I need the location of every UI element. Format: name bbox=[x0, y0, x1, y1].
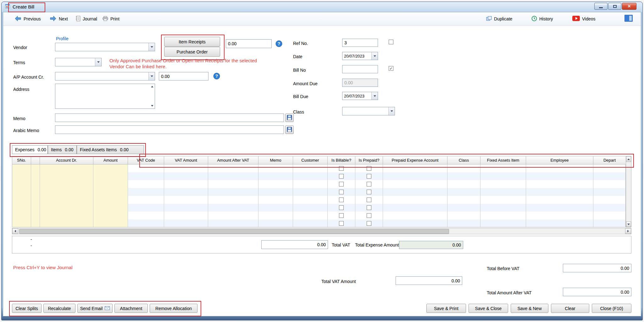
recalculate-button[interactable]: Recalculate bbox=[43, 304, 75, 313]
memo-input[interactable] bbox=[55, 114, 284, 122]
total-before-vat-input[interactable]: 0.00 bbox=[563, 264, 631, 272]
is-billable-checkbox[interactable] bbox=[339, 213, 344, 218]
class-select[interactable] bbox=[342, 107, 395, 115]
is-billable-checkbox[interactable] bbox=[339, 205, 344, 210]
is-billable-checkbox[interactable] bbox=[339, 166, 344, 171]
grid-column-header[interactable]: Is Prepaid? bbox=[355, 156, 383, 164]
attachment-button[interactable]: Attachment bbox=[114, 304, 148, 313]
tab-fixed-assets-items[interactable]: Fixed Assets Items 0.00 bbox=[77, 145, 144, 154]
is-prepaid-checkbox[interactable] bbox=[367, 174, 371, 179]
is-prepaid-checkbox[interactable] bbox=[367, 205, 371, 210]
arabic-memo-save-button[interactable] bbox=[285, 125, 294, 134]
is-prepaid-checkbox[interactable] bbox=[367, 166, 371, 171]
minimize-button[interactable] bbox=[594, 3, 608, 10]
is-prepaid-checkbox[interactable] bbox=[367, 213, 371, 218]
vendor-select[interactable] bbox=[55, 43, 155, 51]
memo-save-button[interactable] bbox=[285, 114, 294, 122]
bill-no-input[interactable] bbox=[342, 65, 378, 73]
clear-splits-button[interactable]: Clear Splits bbox=[12, 304, 42, 313]
print-button[interactable]: Print bbox=[103, 14, 119, 23]
journal-button[interactable]: Journal bbox=[75, 14, 97, 23]
linked-amount-input[interactable]: 0.00 bbox=[226, 39, 272, 48]
close-button[interactable]: × bbox=[622, 3, 636, 10]
grid-column-header[interactable]: VAT Code bbox=[128, 156, 164, 164]
chevron-down-icon[interactable] bbox=[148, 72, 155, 80]
grid-column-header[interactable]: Amount bbox=[93, 156, 128, 164]
scroll-left-button[interactable] bbox=[12, 228, 18, 234]
help-icon[interactable]: ? bbox=[213, 73, 220, 81]
scroll-down-button[interactable] bbox=[626, 221, 631, 227]
bill-due-select[interactable]: 20/07/2023 bbox=[342, 92, 378, 100]
grid-vertical-scrollbar[interactable] bbox=[626, 156, 631, 227]
next-button[interactable]: Next bbox=[50, 14, 68, 23]
bill-no-checkbox[interactable]: ✓ bbox=[389, 66, 393, 71]
is-billable-checkbox[interactable] bbox=[339, 221, 344, 226]
chevron-down-icon[interactable] bbox=[388, 107, 395, 115]
profile-link[interactable]: Profile bbox=[56, 36, 69, 41]
grid-column-header[interactable]: Fixed Assets Item bbox=[480, 156, 526, 164]
grid-column-header[interactable]: Memo bbox=[258, 156, 293, 164]
grid-column-header[interactable]: SNo. bbox=[12, 156, 31, 164]
is-billable-checkbox[interactable] bbox=[339, 190, 344, 194]
grid-column-header[interactable]: Amount After VAT bbox=[208, 156, 258, 164]
grid-column-header[interactable]: Depart bbox=[593, 156, 626, 164]
chevron-down-icon[interactable] bbox=[148, 43, 155, 51]
tab-items-label: Items bbox=[51, 147, 62, 152]
grid-column-header[interactable]: Prepaid Expense Account bbox=[383, 156, 447, 164]
date-select[interactable]: 20/07/2023 bbox=[342, 52, 378, 60]
grid-column-header[interactable]: VAT Amount bbox=[164, 156, 208, 164]
panel-toggle-button[interactable] bbox=[625, 14, 633, 23]
duplicate-button[interactable]: Duplicate bbox=[486, 14, 512, 23]
ap-account-select[interactable] bbox=[55, 72, 155, 80]
total-vat-input[interactable]: 0.00 bbox=[261, 240, 328, 249]
help-icon[interactable]: ? bbox=[275, 40, 282, 48]
grid-horizontal-scrollbar[interactable] bbox=[12, 228, 631, 234]
purchase-order-button[interactable]: Purchase Order bbox=[164, 47, 220, 57]
close-f10-button[interactable]: Close (F10) bbox=[592, 304, 631, 313]
is-billable-checkbox[interactable] bbox=[339, 197, 344, 202]
is-billable-checkbox[interactable] bbox=[339, 182, 344, 186]
is-prepaid-checkbox[interactable] bbox=[367, 197, 371, 202]
scrollbar-thumb[interactable] bbox=[19, 229, 449, 234]
save-and-print-button[interactable]: Save & Print bbox=[426, 304, 466, 313]
clear-button[interactable]: Clear bbox=[551, 304, 589, 313]
arabic-memo-input[interactable] bbox=[55, 125, 284, 134]
save-and-close-button[interactable]: Save & Close bbox=[469, 304, 508, 313]
grid-column-header[interactable]: Class bbox=[447, 156, 480, 164]
chevron-down-icon[interactable] bbox=[371, 52, 378, 60]
scroll-up-button[interactable] bbox=[626, 156, 631, 162]
maximize-button[interactable] bbox=[608, 3, 621, 10]
terms-select[interactable] bbox=[55, 58, 102, 66]
total-vat-amount-input[interactable]: 0.00 bbox=[396, 276, 462, 285]
tab-expenses[interactable]: Expenses 0.00 bbox=[12, 145, 48, 154]
save-and-new-button[interactable]: Save & New bbox=[511, 304, 548, 313]
grid-column-header[interactable]: Account Dr. bbox=[40, 156, 93, 164]
item-receipts-button[interactable]: Item Receipts bbox=[164, 37, 220, 47]
total-vat-label: Total VAT bbox=[332, 242, 350, 247]
chevron-down-icon[interactable] bbox=[371, 92, 378, 100]
ref-no-checkbox[interactable] bbox=[389, 40, 393, 44]
grid-column-header[interactable]: Is Billable? bbox=[328, 156, 355, 164]
chevron-down-icon[interactable] bbox=[95, 58, 101, 66]
is-prepaid-checkbox[interactable] bbox=[367, 221, 371, 226]
grid-column-header[interactable]: Employee bbox=[526, 156, 593, 164]
send-email-button[interactable]: Send Email bbox=[77, 304, 113, 313]
tab-items[interactable]: Items 0.00 bbox=[48, 145, 77, 154]
history-button[interactable]: History bbox=[531, 14, 553, 23]
ap-amount-input[interactable]: 0.00 bbox=[159, 72, 208, 80]
grid-entry-columns-area[interactable] bbox=[12, 164, 128, 227]
grid-column-header[interactable] bbox=[31, 156, 40, 164]
grid-body[interactable] bbox=[12, 164, 626, 227]
address-textarea[interactable] bbox=[55, 84, 155, 109]
remove-allocation-button[interactable]: Remove Allocation bbox=[150, 304, 197, 313]
scroll-right-button[interactable] bbox=[625, 228, 631, 234]
grid-column-header[interactable]: Customer bbox=[293, 156, 328, 164]
previous-button[interactable]: Previous bbox=[14, 14, 41, 23]
videos-button[interactable]: Videos bbox=[572, 14, 596, 23]
is-prepaid-checkbox[interactable] bbox=[367, 190, 371, 194]
is-prepaid-checkbox[interactable] bbox=[367, 182, 371, 186]
is-billable-checkbox[interactable] bbox=[339, 174, 344, 179]
total-amount-after-vat-input[interactable]: 0.00 bbox=[563, 288, 631, 296]
ref-no-input[interactable]: 3 bbox=[342, 39, 378, 47]
summary-dash: - bbox=[31, 237, 32, 242]
